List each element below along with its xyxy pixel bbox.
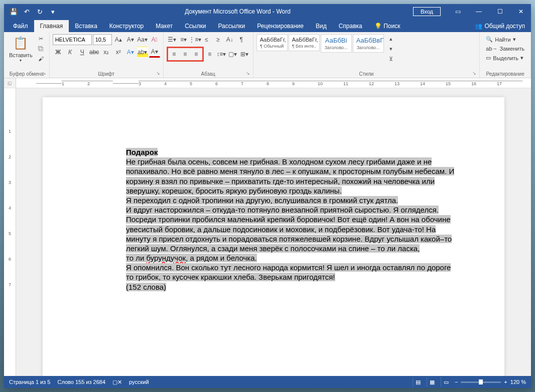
line-spacing-icon[interactable]: ↕≡▾ bbox=[216, 49, 227, 60]
proofing-icon[interactable]: ▢✕ bbox=[112, 379, 122, 385]
word-count[interactable]: Слово 155 из 2684 bbox=[57, 379, 105, 385]
group-clipboard: 📋 Вставить ▾ ✂ ⿻ 🖌 Буфер обмена ↘ bbox=[4, 32, 50, 78]
vertical-ruler[interactable]: 1234567 bbox=[4, 88, 16, 376]
tab-design[interactable]: Конструктор bbox=[103, 20, 150, 32]
ruler-tick: 17 bbox=[497, 81, 522, 86]
zoom-slider[interactable] bbox=[461, 381, 501, 383]
web-layout-icon[interactable]: ▭ bbox=[441, 377, 452, 387]
align-right-icon[interactable]: ≡ bbox=[191, 49, 202, 60]
document-body[interactable]: Подарок Не грибная была осень, совсем не… bbox=[126, 147, 477, 292]
tab-references[interactable]: Ссылки bbox=[179, 20, 212, 32]
font-color-icon[interactable]: A▾ bbox=[149, 47, 160, 58]
strike-icon[interactable]: abc bbox=[89, 47, 100, 58]
zoom-level[interactable]: 120 % bbox=[510, 379, 526, 385]
shrink-font-icon[interactable]: A▾ bbox=[125, 34, 136, 45]
shading-icon[interactable]: ▢▾ bbox=[227, 49, 238, 60]
highlight-icon[interactable]: ab▾ bbox=[137, 47, 148, 58]
copy-icon[interactable]: ⿻ bbox=[36, 44, 46, 53]
tab-mailings[interactable]: Рассылки bbox=[212, 20, 251, 32]
style-normal[interactable]: АаБбВвГг, ¶ Обычный bbox=[256, 34, 288, 51]
tab-home[interactable]: Главная bbox=[34, 20, 69, 32]
text-line: минуту я присел отдохнуть и порадоваться… bbox=[126, 235, 452, 243]
styles-down-icon[interactable]: ▾ bbox=[386, 44, 396, 53]
text-line: попахивало. Но всё равно меня тянуло в л… bbox=[126, 167, 454, 175]
style-heading2[interactable]: АаБбВвГ Заголово... bbox=[353, 34, 384, 53]
zoom-out-icon[interactable]: − bbox=[455, 379, 458, 385]
maximize-icon[interactable]: ☐ bbox=[490, 4, 510, 19]
text-line: Я опомнился. Вон сколько тут лесного нар… bbox=[126, 263, 451, 272]
redo-icon[interactable]: ↻ bbox=[34, 6, 45, 17]
styles-up-icon[interactable]: ▴ bbox=[386, 34, 396, 43]
tab-layout[interactable]: Макет bbox=[150, 20, 179, 32]
decrease-indent-icon[interactable]: ≤ bbox=[201, 34, 212, 45]
show-marks-icon[interactable]: ¶ bbox=[236, 34, 247, 45]
undo-icon[interactable]: ↶ bbox=[21, 6, 32, 17]
style-heading1[interactable]: АаБбВі Заголово... bbox=[321, 34, 352, 53]
increase-indent-icon[interactable]: ≥ bbox=[213, 34, 224, 45]
paste-button[interactable]: 📋 Вставить ▾ bbox=[7, 34, 35, 64]
change-case-icon[interactable]: Aa▾ bbox=[137, 34, 148, 45]
ruler-tick: 5 bbox=[190, 81, 215, 86]
cut-icon[interactable]: ✂ bbox=[36, 34, 46, 43]
ruler-corner[interactable]: ◱ bbox=[4, 78, 16, 88]
font-name-input[interactable] bbox=[53, 34, 92, 45]
subscript-icon[interactable]: x₂ bbox=[101, 47, 112, 58]
select-button[interactable]: ▭ Выделить ▾ bbox=[484, 54, 526, 62]
print-layout-icon[interactable]: ▦ bbox=[427, 377, 438, 387]
font-launcher-icon[interactable]: ↘ bbox=[156, 71, 162, 77]
sort-icon[interactable]: A↓ bbox=[224, 34, 235, 45]
styles-more-icon[interactable]: ⊻ bbox=[386, 54, 396, 63]
styles-launcher-icon[interactable]: ↘ bbox=[472, 71, 478, 77]
zoom-in-icon[interactable]: + bbox=[504, 379, 507, 385]
numbering-icon[interactable]: ≡▾ bbox=[178, 34, 189, 45]
tab-insert[interactable]: Вставка bbox=[69, 20, 103, 32]
bullets-icon[interactable]: ☰▾ bbox=[167, 34, 178, 45]
grow-font-icon[interactable]: A▴ bbox=[113, 34, 124, 45]
save-icon[interactable]: 💾 bbox=[8, 6, 19, 17]
find-label: Найти bbox=[495, 37, 510, 43]
tab-file[interactable]: Файл bbox=[7, 20, 34, 32]
replace-button[interactable]: ab→ Заменить bbox=[484, 45, 526, 53]
clipboard-launcher-icon[interactable]: ↘ bbox=[42, 71, 48, 77]
ruler-tick: 6 bbox=[215, 81, 241, 86]
page-indicator[interactable]: Страница 1 из 5 bbox=[9, 379, 50, 385]
tab-view[interactable]: Вид bbox=[310, 20, 333, 32]
qat-dropdown-icon[interactable]: ▾ bbox=[47, 6, 58, 17]
share-button[interactable]: 👥 Общий доступ bbox=[469, 20, 531, 32]
share-label: Общий доступ bbox=[484, 23, 525, 30]
tab-review[interactable]: Рецензирование bbox=[251, 20, 310, 32]
superscript-icon[interactable]: x² bbox=[113, 47, 124, 58]
style-preview: АаБбВвГг, bbox=[260, 37, 284, 43]
read-mode-icon[interactable]: ▤ bbox=[413, 377, 424, 387]
italic-button[interactable]: К bbox=[65, 47, 76, 58]
tab-search[interactable]: 💡 Поиск bbox=[368, 20, 407, 32]
font-size-input[interactable] bbox=[93, 34, 112, 45]
format-painter-icon[interactable]: 🖌 bbox=[36, 54, 46, 63]
replace-label: Заменить bbox=[500, 46, 524, 52]
paragraph-launcher-icon[interactable]: ↘ bbox=[246, 71, 252, 77]
bold-button[interactable]: Ж bbox=[53, 47, 64, 58]
style-name: Заголово... bbox=[356, 45, 380, 50]
justify-icon[interactable]: ≡ bbox=[204, 49, 215, 60]
align-left-icon[interactable]: ≡ bbox=[169, 49, 180, 60]
text-effects-icon[interactable]: A▾ bbox=[125, 47, 136, 58]
horizontal-ruler[interactable]: 1 2 3 4 5 6 7 8 9 10 11 12 13 14 15 16 1… bbox=[16, 78, 531, 88]
close-icon[interactable]: ✕ bbox=[511, 4, 531, 19]
clear-format-icon[interactable]: A⃠ bbox=[149, 34, 160, 45]
ribbon-options-icon[interactable]: ▭ bbox=[448, 4, 468, 19]
page-viewport[interactable]: Подарок Не грибная была осень, совсем не… bbox=[16, 88, 531, 376]
align-center-icon[interactable]: ≡ bbox=[180, 49, 191, 60]
find-button[interactable]: 🔍 Найти ▾ bbox=[484, 35, 526, 44]
window-controls: Вход ▭ — ☐ ✕ bbox=[413, 4, 531, 19]
minimize-icon[interactable]: — bbox=[469, 4, 489, 19]
multilevel-icon[interactable]: ⋮≡▾ bbox=[190, 34, 201, 45]
style-preview: АаБбВі bbox=[324, 37, 348, 44]
page[interactable]: Подарок Не грибная была осень, совсем не… bbox=[43, 97, 504, 376]
tab-help[interactable]: Справка bbox=[333, 20, 368, 32]
text-line: Посреди тропинки пробился маленький креп… bbox=[126, 215, 451, 224]
underline-button[interactable]: Ч bbox=[77, 47, 88, 58]
style-nospacing[interactable]: АаБбВвГг, ¶ Без инте... bbox=[289, 34, 320, 51]
language-indicator[interactable]: русский bbox=[129, 379, 149, 385]
login-button[interactable]: Вход bbox=[413, 7, 441, 16]
borders-icon[interactable]: ⊞▾ bbox=[239, 49, 250, 60]
